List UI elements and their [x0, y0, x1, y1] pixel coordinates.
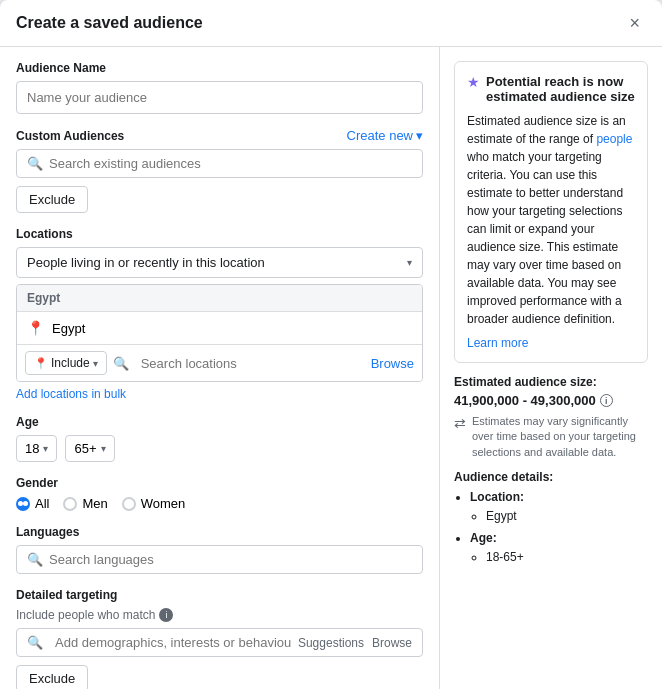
egypt-item: 📍 Egypt	[17, 312, 422, 344]
age-label: Age	[16, 415, 423, 429]
location-search-input[interactable]	[141, 356, 365, 371]
potential-reach-body: Estimated audience size is an estimate o…	[467, 112, 635, 328]
audience-name-label: Audience Name	[16, 61, 423, 75]
locations-label: Locations	[16, 227, 423, 241]
modal-header: Create a saved audience ×	[0, 0, 662, 47]
age-min-value: 18	[25, 441, 39, 456]
include-label: Include	[51, 356, 90, 370]
detailed-targeting-sub-label: Include people who match	[16, 608, 155, 622]
people-link[interactable]: people	[596, 132, 632, 146]
suggestions-browse-wrap: Suggestions Browse	[298, 636, 412, 650]
gender-men-option[interactable]: Men	[63, 496, 107, 511]
search-icon: 🔍	[27, 156, 43, 171]
age-row: 18 ▾ 65+ ▾	[16, 435, 423, 462]
location-box: Egypt 📍 Egypt 📍 Include ▾ 🔍 Browse	[16, 284, 423, 382]
left-panel: Audience Name Custom Audiences Create ne…	[0, 47, 440, 689]
locations-dropdown-value: People living in or recently in this loc…	[27, 255, 265, 270]
close-button[interactable]: ×	[623, 12, 646, 34]
chevron-down-icon: ▾	[416, 128, 423, 143]
custom-audiences-search-wrap: 🔍	[16, 149, 423, 178]
chevron-down-icon: ▾	[101, 443, 106, 454]
audience-details-body: Location: Egypt Age: 18-65+	[454, 488, 648, 567]
gender-women-label: Women	[141, 496, 186, 511]
chevron-down-icon: ▾	[407, 257, 412, 268]
audience-name-section: Audience Name	[16, 61, 423, 114]
potential-reach-box: ★ Potential reach is now estimated audie…	[454, 61, 648, 363]
create-new-button[interactable]: Create new ▾	[347, 128, 423, 143]
add-locations-bulk-link[interactable]: Add locations in bulk	[16, 387, 126, 401]
audience-details-section: Audience details: Location: Egypt Age:	[454, 470, 648, 567]
locations-dropdown[interactable]: People living in or recently in this loc…	[16, 247, 423, 278]
potential-reach-title-text: Potential reach is now estimated audienc…	[486, 74, 635, 104]
gender-all-radio	[16, 497, 30, 511]
search-icon: 🔍	[27, 635, 43, 650]
shuffle-icon: ⇄	[454, 415, 466, 431]
chevron-down-icon: ▾	[43, 443, 48, 454]
detailed-targeting-search-input[interactable]	[55, 635, 292, 650]
potential-reach-title-row: ★ Potential reach is now estimated audie…	[467, 74, 635, 104]
info-icon[interactable]: i	[159, 608, 173, 622]
age-min-select[interactable]: 18 ▾	[16, 435, 57, 462]
modal-title: Create a saved audience	[16, 14, 203, 32]
gender-women-option[interactable]: Women	[122, 496, 186, 511]
search-icon: 🔍	[113, 356, 129, 371]
audience-name-input[interactable]	[16, 81, 423, 114]
location-detail-value: Egypt	[486, 507, 648, 526]
locations-section: Locations People living in or recently i…	[16, 227, 423, 401]
age-detail-value: 18-65+	[486, 548, 648, 567]
languages-search-input[interactable]	[49, 552, 412, 567]
age-max-value: 65+	[74, 441, 96, 456]
location-browse-link[interactable]: Browse	[371, 356, 414, 371]
chevron-down-icon: ▾	[93, 358, 98, 369]
custom-audiences-search-input[interactable]	[49, 156, 412, 171]
location-detail-label: Location:	[470, 490, 524, 504]
gender-all-option[interactable]: All	[16, 496, 49, 511]
gender-label: Gender	[16, 476, 423, 490]
custom-audiences-exclude-button[interactable]: Exclude	[16, 186, 88, 213]
detailed-targeting-help: Include people who match i	[16, 608, 423, 622]
star-icon: ★	[467, 74, 480, 90]
modal-body: Audience Name Custom Audiences Create ne…	[0, 47, 662, 689]
custom-audiences-label: Custom Audiences	[16, 129, 124, 143]
search-icon: 🔍	[27, 552, 43, 567]
location-pin-icon: 📍	[27, 320, 44, 336]
gender-women-radio	[122, 497, 136, 511]
location-search-row: 📍 Include ▾ 🔍 Browse	[17, 344, 422, 381]
right-panel: ★ Potential reach is now estimated audie…	[440, 47, 662, 689]
custom-audiences-header: Custom Audiences Create new ▾	[16, 128, 423, 143]
detailed-targeting-search-wrap: 🔍 Suggestions Browse	[16, 628, 423, 657]
gender-section: Gender All Men Women	[16, 476, 423, 511]
learn-more-link[interactable]: Learn more	[467, 336, 635, 350]
age-section: Age 18 ▾ 65+ ▾	[16, 415, 423, 462]
audience-details-title: Audience details:	[454, 470, 648, 484]
custom-audiences-section: Custom Audiences Create new ▾ 🔍 Exclude	[16, 128, 423, 213]
info-icon[interactable]: i	[600, 394, 613, 407]
estimate-note-row: ⇄ Estimates may vary significantly over …	[454, 414, 648, 460]
age-detail-label: Age:	[470, 531, 497, 545]
age-max-select[interactable]: 65+ ▾	[65, 435, 114, 462]
gender-all-label: All	[35, 496, 49, 511]
estimate-note-text: Estimates may vary significantly over ti…	[472, 414, 648, 460]
gender-men-radio	[63, 497, 77, 511]
egypt-item-label: Egypt	[52, 321, 85, 336]
gender-men-label: Men	[82, 496, 107, 511]
languages-label: Languages	[16, 525, 423, 539]
egypt-header: Egypt	[17, 285, 422, 312]
suggestions-link[interactable]: Suggestions	[298, 636, 364, 650]
estimated-range: 41,900,000 - 49,300,000 i	[454, 393, 648, 408]
include-dropdown-button[interactable]: 📍 Include ▾	[25, 351, 107, 375]
detailed-targeting-browse-link[interactable]: Browse	[372, 636, 412, 650]
modal: Create a saved audience × Audience Name …	[0, 0, 662, 689]
detailed-targeting-label: Detailed targeting	[16, 588, 423, 602]
languages-section: Languages 🔍	[16, 525, 423, 574]
languages-search-wrap: 🔍	[16, 545, 423, 574]
pin-icon: 📍	[34, 357, 48, 370]
estimated-section: Estimated audience size: 41,900,000 - 49…	[454, 375, 648, 460]
estimated-title: Estimated audience size:	[454, 375, 648, 389]
detailed-targeting-exclude-button[interactable]: Exclude	[16, 665, 88, 689]
gender-row: All Men Women	[16, 496, 423, 511]
detailed-targeting-section: Detailed targeting Include people who ma…	[16, 588, 423, 689]
